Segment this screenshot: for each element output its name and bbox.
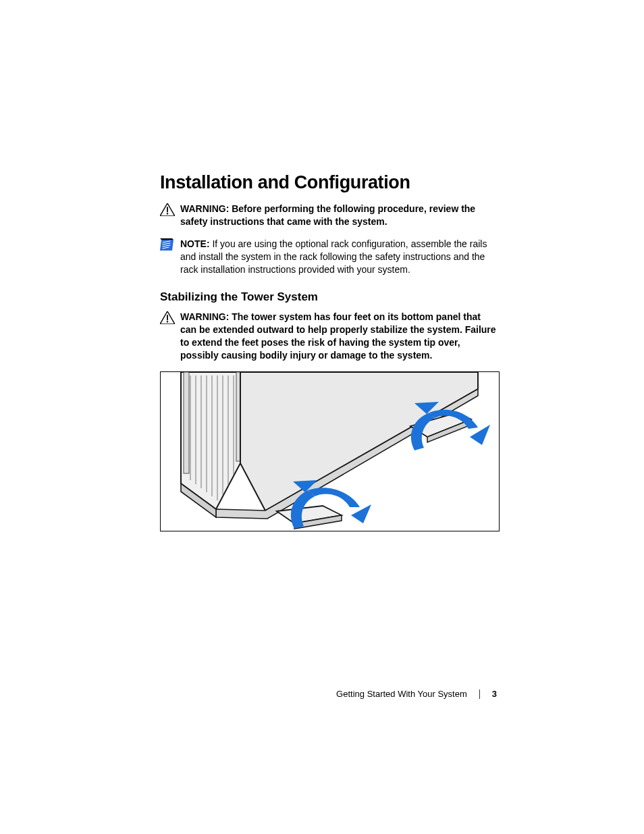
footer-page-number: 3: [492, 689, 497, 699]
svg-point-3: [167, 321, 168, 323]
note-icon: [160, 238, 180, 251]
warning-callout-1: WARNING: Before performing the following…: [160, 203, 499, 228]
note-1-text: NOTE: If you are using the optional rack…: [180, 238, 499, 276]
page-footer: Getting Started With Your System 3: [336, 689, 497, 699]
footer-separator: [479, 689, 480, 699]
note-1-label: NOTE:: [180, 238, 210, 249]
warning-icon: [160, 203, 180, 216]
subheading-stabilizing: Stabilizing the Tower System: [160, 290, 499, 304]
page-heading: Installation and Configuration: [160, 172, 499, 193]
svg-rect-13: [184, 372, 189, 473]
figure-stabilizing-feet: [160, 371, 500, 531]
warning-1-text: WARNING: Before performing the following…: [180, 203, 499, 228]
footer-section: Getting Started With Your System: [336, 689, 467, 699]
svg-point-1: [167, 213, 168, 214]
warning-2-text: WARNING: The tower system has four feet …: [180, 311, 499, 362]
warning-icon: [160, 311, 180, 324]
warning-1-label: WARNING:: [180, 203, 229, 214]
warning-callout-2: WARNING: The tower system has four feet …: [160, 311, 499, 362]
note-1-body: If you are using the optional rack confi…: [180, 238, 487, 275]
note-callout-1: NOTE: If you are using the optional rack…: [160, 238, 499, 276]
warning-2-label: WARNING:: [180, 311, 229, 322]
